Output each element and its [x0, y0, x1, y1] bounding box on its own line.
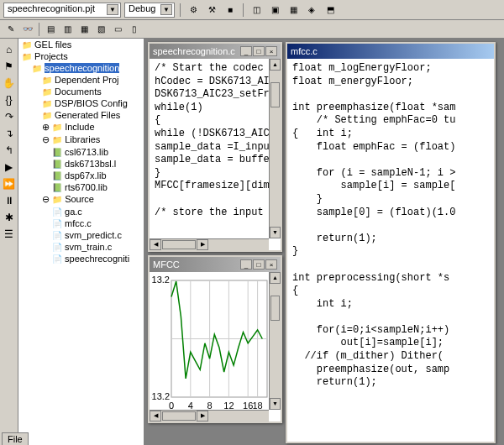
- plot-title: MFCC: [153, 259, 180, 270]
- win2-icon[interactable]: ▯: [127, 22, 142, 37]
- tree-dependent[interactable]: Dependent Proj: [42, 74, 144, 86]
- project-dropdown[interactable]: speechrecognition.pjt: [3, 3, 121, 18]
- stepin-icon[interactable]: ↴: [5, 128, 13, 139]
- left-toolbar: ⌂ ⚑ ✋ {} ↷ ↴ ↰ ▶ ⏩ ⏸ ✱ ☰: [0, 39, 18, 445]
- tree-source[interactable]: ⊖ Source: [42, 193, 144, 206]
- animate-icon[interactable]: ✱: [5, 212, 13, 223]
- stepover-icon[interactable]: ↷: [5, 111, 13, 123]
- editor2-code[interactable]: float m_logEnergyFloor; float m_energyFl…: [287, 59, 494, 393]
- maximize-icon[interactable]: □: [253, 46, 265, 56]
- tree-src-item[interactable]: svm_train.c: [52, 241, 144, 253]
- tree-include[interactable]: ⊕ Include: [42, 121, 144, 134]
- tree-documents[interactable]: Documents: [42, 86, 144, 97]
- secondary-toolbar: ✎ 👓 ▤ ▥ ▦ ▧ ▭ ▯: [0, 20, 504, 39]
- tab-file[interactable]: File: [18, 432, 29, 445]
- doc4-icon[interactable]: ▧: [93, 22, 108, 37]
- wand-icon[interactable]: ✎: [3, 22, 18, 37]
- package-icon[interactable]: ◈: [304, 3, 319, 18]
- tree-src-item[interactable]: ga.c: [52, 206, 144, 217]
- svg-text:-13.2: -13.2: [151, 391, 170, 401]
- minimize-icon[interactable]: _: [240, 46, 252, 56]
- rebuild-icon[interactable]: ⚒: [204, 3, 219, 18]
- flag-icon[interactable]: ⚑: [4, 60, 13, 72]
- editor1-code[interactable]: /* Start the codec */ hCodec = DSK6713_A…: [150, 59, 281, 222]
- tree-project-root[interactable]: speechrecognition: [32, 62, 144, 74]
- glasses-icon[interactable]: 👓: [20, 22, 35, 37]
- vscrollbar[interactable]: [269, 272, 281, 410]
- tree-lib-item[interactable]: dsk6713bsl.l: [52, 158, 144, 170]
- tree-lib-item[interactable]: csl6713.lib: [52, 146, 144, 158]
- box-icon[interactable]: ▣: [267, 3, 282, 18]
- step-icon[interactable]: {}: [5, 94, 12, 106]
- plot-titlebar[interactable]: MFCC _ □ ×: [150, 257, 281, 272]
- editor-area: speechrecognition.c _ □ × /* Start the c…: [144, 39, 504, 445]
- hscrollbar[interactable]: [150, 238, 269, 250]
- tree-src-item[interactable]: speechrecogniti: [52, 253, 144, 264]
- project-tree-panel: GEL files Projects speechrecognition Dep…: [18, 39, 144, 445]
- plot-window: MFCC _ □ × -13.213.2048121618: [148, 255, 282, 423]
- doc2-icon[interactable]: ▥: [60, 22, 75, 37]
- editor1-titlebar[interactable]: speechrecognition.c _ □ ×: [150, 44, 281, 59]
- run-icon[interactable]: ▶: [5, 161, 13, 173]
- editor-window-2: mfcc.c float m_logEnergyFloor; float m_e…: [286, 42, 496, 443]
- tree-projects[interactable]: Projects: [22, 50, 144, 62]
- bug-icon[interactable]: ☰: [4, 228, 13, 240]
- main-toolbar: speechrecognition.pjt Debug ⚙ ⚒ ■ ◫ ▣ ▦ …: [0, 0, 504, 20]
- doc1-icon[interactable]: ▤: [43, 22, 58, 37]
- vscrollbar[interactable]: [269, 59, 281, 238]
- tree-src-item[interactable]: mfcc.c: [52, 217, 144, 229]
- grid-icon[interactable]: ▦: [286, 3, 301, 18]
- build-icon[interactable]: ⚙: [186, 3, 201, 18]
- win1-icon[interactable]: ▭: [110, 22, 125, 37]
- tree-dspbios[interactable]: DSP/BIOS Config: [42, 97, 144, 109]
- maximize-icon[interactable]: □: [253, 259, 265, 270]
- tree-gel[interactable]: GEL files: [22, 39, 144, 50]
- deploy-icon[interactable]: ⬒: [323, 3, 338, 18]
- plot-canvas[interactable]: -13.213.2048121618: [150, 272, 281, 414]
- editor2-title: mfcc.c: [291, 46, 318, 56]
- runfast-icon[interactable]: ⏩: [3, 178, 15, 190]
- editor1-title: speechrecognition.c: [153, 46, 235, 56]
- tree-src-item[interactable]: svm_predict.c: [52, 229, 144, 241]
- close-icon[interactable]: ×: [265, 46, 277, 56]
- minimize-icon[interactable]: _: [240, 259, 252, 270]
- tree-lib-item[interactable]: rts6700.lib: [52, 181, 144, 193]
- stepout-icon[interactable]: ↰: [5, 144, 13, 156]
- doc3-icon[interactable]: ▦: [76, 22, 92, 37]
- halt-icon[interactable]: ⏸: [4, 195, 14, 207]
- config-dropdown[interactable]: Debug: [124, 3, 175, 18]
- tree-lib-item[interactable]: dsp67x.lib: [52, 170, 144, 181]
- editor-window-1: speechrecognition.c _ □ × /* Start the c…: [148, 42, 282, 252]
- editor2-titlebar[interactable]: mfcc.c: [287, 44, 494, 59]
- tree-tabs: File: [18, 432, 29, 445]
- hscrollbar[interactable]: [150, 410, 269, 421]
- tree-generated[interactable]: Generated Files: [42, 109, 144, 121]
- stop-icon[interactable]: ■: [223, 3, 238, 18]
- cube-icon[interactable]: ◫: [249, 3, 264, 18]
- close-icon[interactable]: ×: [265, 259, 277, 270]
- tree-libraries[interactable]: ⊖ Libraries: [42, 134, 144, 146]
- home-icon[interactable]: ⌂: [6, 44, 12, 55]
- hand-icon[interactable]: ✋: [3, 77, 15, 89]
- svg-text:13.2: 13.2: [152, 275, 170, 285]
